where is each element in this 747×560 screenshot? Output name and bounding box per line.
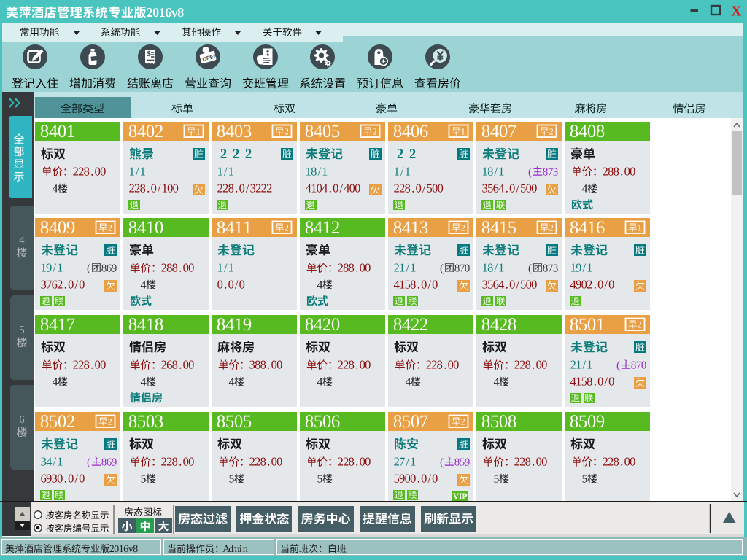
svg-text:$: $	[147, 49, 151, 58]
